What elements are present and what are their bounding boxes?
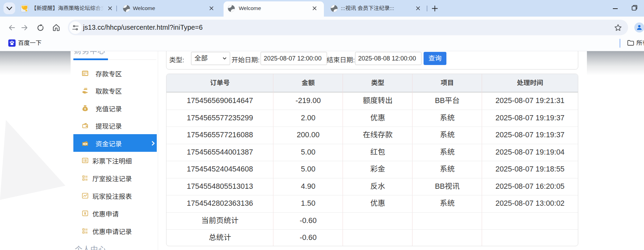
svg-text:¥: ¥: [84, 107, 86, 111]
svg-text:¥: ¥: [84, 211, 87, 215]
